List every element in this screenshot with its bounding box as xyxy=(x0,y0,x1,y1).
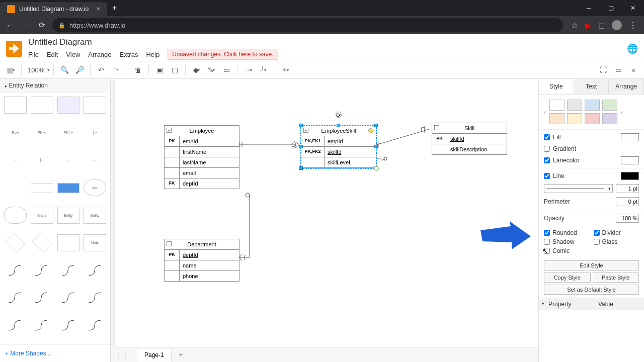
swatch-next-icon[interactable]: › xyxy=(620,108,623,116)
zoom-out-icon[interactable]: 🔎 xyxy=(73,63,86,76)
sidebar-section-header[interactable]: Entity Relation xyxy=(0,79,110,93)
redo-button[interactable]: ↷ xyxy=(110,63,123,76)
menu-file[interactable]: File xyxy=(28,51,39,58)
shadow-button[interactable]: ▭ xyxy=(220,63,233,76)
shape-row[interactable]: PK│─ xyxy=(57,124,80,141)
pages-handle-icon[interactable]: ⋮⋮ xyxy=(116,351,130,358)
document-title[interactable]: Untitled Diagram xyxy=(28,37,278,47)
shape-row[interactable]: Row xyxy=(4,124,27,141)
close-tab-icon[interactable]: × xyxy=(97,6,100,13)
gradient-checkbox[interactable] xyxy=(544,146,550,152)
to-front-button[interactable]: ▣ xyxy=(153,63,166,76)
swatch-prev-icon[interactable]: ‹ xyxy=(544,108,546,116)
shape-row[interactable]: │─ xyxy=(31,152,53,169)
canvas-area[interactable]: –Employee PKempId firstName lastName ema… xyxy=(111,79,538,362)
insert-button[interactable]: ＋▾ xyxy=(278,63,291,76)
default-style-button[interactable]: Set as Default Style xyxy=(544,285,639,295)
color-swatch[interactable] xyxy=(549,100,565,111)
line-color[interactable] xyxy=(621,172,639,180)
color-swatch[interactable] xyxy=(602,113,617,124)
copy-style-button[interactable]: Copy Style xyxy=(544,273,591,283)
chrome-menu-icon[interactable]: ⋮ xyxy=(629,21,637,30)
shape-diamond[interactable] xyxy=(32,233,52,252)
shape-connector[interactable] xyxy=(84,262,106,279)
shape-connector[interactable] xyxy=(31,262,53,279)
shape-entity[interactable]: Entity xyxy=(31,207,53,224)
to-back-button[interactable]: ▢ xyxy=(168,63,181,76)
color-swatch[interactable] xyxy=(585,100,600,111)
shape-cloud[interactable] xyxy=(4,207,27,224)
menu-extras[interactable]: Extras xyxy=(120,51,138,58)
waypoint-button[interactable]: ┘▾ xyxy=(257,63,270,76)
color-swatch[interactable] xyxy=(549,113,565,124)
close-window-button[interactable]: ✕ xyxy=(622,0,644,16)
add-page-button[interactable]: + xyxy=(179,350,183,359)
color-swatch[interactable] xyxy=(567,113,582,124)
reload-button[interactable]: ⟳ xyxy=(36,21,47,30)
connection-button[interactable]: →▾ xyxy=(242,63,255,76)
entity-department[interactable]: –Department PKdeptId name phone xyxy=(164,239,239,282)
opacity-input[interactable] xyxy=(616,214,639,223)
tab-text[interactable]: Text xyxy=(574,79,609,94)
entity-skill[interactable]: –Skill PKskillId skillDescription xyxy=(432,123,507,155)
shape-diamond[interactable] xyxy=(6,233,25,252)
color-swatch[interactable] xyxy=(567,100,582,111)
shape-multi[interactable] xyxy=(57,234,80,251)
browser-tab[interactable]: Untitled Diagram - draw.io × xyxy=(0,2,107,16)
divider-checkbox[interactable] xyxy=(594,230,600,236)
minimize-button[interactable]: ─ xyxy=(578,0,600,16)
line-checkbox[interactable] xyxy=(544,173,550,179)
shape-connector[interactable] xyxy=(57,289,80,306)
collapse-icon[interactable]: « xyxy=(627,63,640,76)
forward-button[interactable]: → xyxy=(20,21,31,30)
shape-row[interactable]: ── xyxy=(84,152,106,169)
perimeter-input[interactable] xyxy=(616,197,639,206)
star-icon[interactable]: ☆ xyxy=(571,21,578,30)
fullscreen-icon[interactable]: ⛶ xyxy=(597,63,610,76)
fill-checkbox[interactable] xyxy=(544,134,550,140)
shape-row[interactable]: ─ xyxy=(4,152,27,169)
more-shapes-button[interactable]: More Shapes... xyxy=(0,344,110,362)
shape-row[interactable]: │─ xyxy=(84,124,106,141)
page-tab[interactable]: Page-1 xyxy=(137,348,172,361)
zoom-level[interactable]: 100% xyxy=(26,66,46,74)
shape-title-blue[interactable] xyxy=(57,183,80,193)
menu-help[interactable]: Help xyxy=(146,51,159,58)
shape-connector[interactable] xyxy=(84,317,106,334)
paste-style-button[interactable]: Paste Style xyxy=(593,273,639,283)
view-button[interactable]: ▦▾ xyxy=(4,63,17,76)
shadow-checkbox[interactable] xyxy=(544,239,550,245)
color-swatch[interactable] xyxy=(602,100,617,111)
back-button[interactable]: ← xyxy=(4,21,15,30)
shape-connector[interactable] xyxy=(57,317,80,334)
shape-table[interactable] xyxy=(84,97,106,114)
edit-style-button[interactable]: Edit Style xyxy=(544,260,639,270)
rounded-checkbox[interactable] xyxy=(544,230,550,236)
menu-edit[interactable]: Edit xyxy=(47,51,58,58)
glass-checkbox[interactable] xyxy=(594,239,600,245)
line-width-input[interactable] xyxy=(616,184,639,193)
shape-connector[interactable] xyxy=(84,289,106,306)
entity-employeeskill[interactable]: –EmployeeSkill PK,FK1empId PK,FK2skillId… xyxy=(301,125,376,168)
shape-row[interactable]: PK ─ xyxy=(31,124,53,141)
shape-connector[interactable] xyxy=(4,289,27,306)
tab-style[interactable]: Style xyxy=(539,79,574,94)
shape-connector[interactable] xyxy=(31,289,53,306)
shape-title[interactable] xyxy=(31,183,53,193)
shape-table[interactable] xyxy=(57,97,80,114)
shape-row[interactable]: ─ xyxy=(57,152,80,169)
delete-button[interactable]: 🗑 xyxy=(131,63,144,76)
shape-connector[interactable] xyxy=(31,317,53,334)
lanecolor-checkbox[interactable] xyxy=(544,157,550,163)
shape-connector[interactable] xyxy=(4,262,27,279)
line-color-button[interactable]: ✎▾ xyxy=(205,63,218,76)
rotate-handle[interactable]: ⟳ xyxy=(336,112,342,118)
extension-icon[interactable]: ◻ xyxy=(598,21,605,30)
property-table[interactable]: PropertyValue xyxy=(539,298,644,310)
youtube-icon[interactable]: ▶ xyxy=(585,21,591,30)
shape-table[interactable] xyxy=(31,97,53,114)
shape-connector[interactable] xyxy=(57,262,80,279)
shape-table[interactable] xyxy=(4,97,27,114)
profile-avatar[interactable] xyxy=(612,20,622,30)
zoom-in-icon[interactable]: 🔍 xyxy=(58,63,71,76)
